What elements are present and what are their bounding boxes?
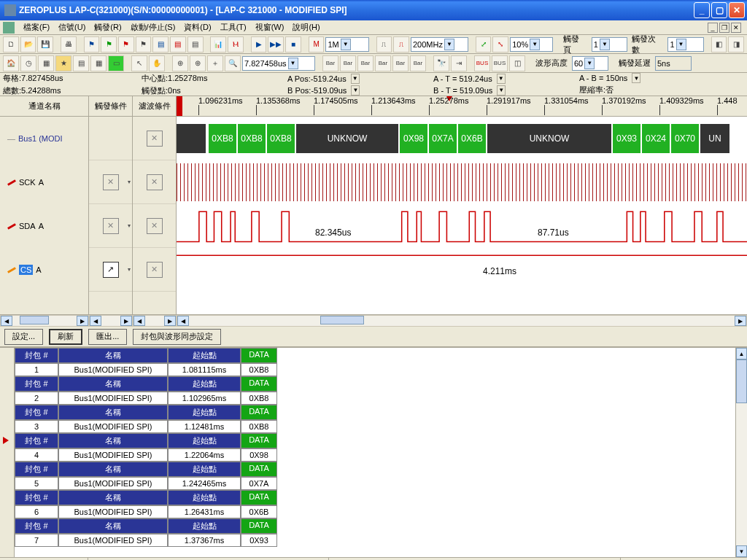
wave-icon[interactable]: Ⲙ [228, 36, 244, 52]
bar2-icon[interactable]: Bar [340, 55, 356, 71]
packet-block[interactable]: 封包 #名稱起始點DATA5Bus1(MODIFIED SPI)1.242465… [15, 462, 735, 490]
signal-icon[interactable]: 📊 [210, 36, 226, 52]
trig-cnt-combo[interactable]: 1▼ [667, 37, 703, 52]
depth-combo[interactable]: 1M▼ [325, 37, 368, 52]
m1-icon[interactable]: M [309, 36, 325, 52]
trig-page-combo[interactable]: 1▼ [592, 37, 627, 52]
scroll-thumb[interactable] [736, 359, 747, 403]
maximize-button[interactable]: ▢ [711, 2, 727, 18]
rate-combo[interactable]: 200MHz▼ [411, 37, 468, 52]
hand-icon[interactable]: ✋ [149, 55, 165, 71]
packet-block[interactable]: 封包 #名稱起始點DATA4Bus1(MODIFIED SPI)1.22064m… [15, 433, 735, 462]
flag6-icon[interactable]: ▤ [170, 36, 186, 52]
menu-run[interactable]: 啟動/停止(S) [126, 20, 180, 34]
chevron-down-icon[interactable]: ▾ [128, 179, 131, 185]
packet-vscroll[interactable]: ▲ ▼ [735, 348, 747, 557]
menu-tool[interactable]: 工具(T) [216, 20, 251, 34]
setting-button[interactable]: 設定... [4, 329, 43, 345]
mdi-close-icon[interactable]: ✕ [731, 23, 741, 33]
chevron-down-icon[interactable]: ▼ [444, 39, 454, 50]
zoom-combo[interactable]: 10%▼ [510, 37, 553, 52]
zoomout-icon[interactable]: ⤡ [492, 36, 508, 52]
menu-help[interactable]: 說明(H) [288, 20, 324, 34]
filt-hscroll[interactable]: ◀▶ [133, 315, 177, 327]
chevron-down-icon[interactable]: ▾ [128, 266, 131, 273]
chevron-down-icon[interactable]: ▼ [584, 58, 595, 69]
timebase-combo[interactable]: 7.827458us▼ [242, 56, 315, 71]
filt-cell[interactable]: ✕ [133, 248, 176, 292]
flag2-icon[interactable]: ⚑ [101, 36, 117, 52]
star-icon[interactable]: ★ [55, 55, 71, 71]
chevron-down-icon[interactable]: ▼ [497, 85, 506, 96]
scroll-right-icon[interactable]: ▶ [77, 316, 88, 326]
close-button[interactable]: ✕ [729, 2, 745, 18]
channel-sda[interactable]: SDA A [0, 204, 88, 248]
home-icon[interactable]: 🏠 [3, 55, 19, 71]
chevron-down-icon[interactable]: ▼ [632, 73, 640, 83]
menu-trigger[interactable]: 觸發(R) [90, 20, 125, 34]
new-icon[interactable]: 🗋 [3, 36, 19, 52]
zoomin-icon[interactable]: ⤢ [476, 36, 492, 52]
menu-signal[interactable]: 信號(U) [54, 20, 90, 34]
rate1-icon[interactable]: ⎍ [376, 36, 392, 52]
zoom-icon[interactable]: 🔍 [225, 55, 241, 71]
scroll-left-icon[interactable]: ◀ [133, 316, 145, 326]
packet-block[interactable]: 封包 #名稱起始點DATA2Bus1(MODIFIED SPI)1.102965… [15, 376, 735, 405]
chevron-down-icon[interactable]: ▾ [128, 222, 131, 229]
misc2-icon[interactable]: ◨ [728, 36, 744, 52]
export-button[interactable]: 匯出... [88, 329, 127, 345]
cursor-icon[interactable]: ↖ [131, 55, 147, 71]
flag4-icon[interactable]: ⚑ [136, 36, 152, 52]
stop-icon[interactable]: ■ [285, 36, 301, 52]
misc1-icon[interactable]: ◧ [711, 36, 727, 52]
refresh-button[interactable]: 刷新 [49, 329, 82, 345]
open-icon[interactable]: 📂 [20, 36, 36, 52]
sync-button[interactable]: 封包與波形同步設定 [133, 329, 221, 345]
flag5-icon[interactable]: ▤ [152, 36, 169, 52]
filt-cell[interactable]: ✕ [133, 117, 176, 160]
target2-icon[interactable]: ⊕ [190, 55, 206, 71]
bar6-icon[interactable]: Bar [410, 55, 426, 71]
packet-table[interactable]: 封包 #名稱起始點DATA1Bus1(MODIFIED SPI)1.081115… [15, 348, 735, 557]
flag3-icon[interactable]: ⚑ [118, 36, 134, 52]
scroll-left-icon[interactable]: ◀ [177, 316, 189, 326]
goto-icon[interactable]: ⇥ [451, 55, 467, 71]
chevron-down-icon[interactable]: ▼ [600, 39, 610, 50]
bus-icon[interactable]: BUS [474, 55, 490, 71]
grid-icon[interactable]: ▦ [38, 55, 54, 71]
ch-hscroll[interactable]: ◀▶ [0, 315, 89, 327]
wave-h-combo[interactable]: 60▼ [572, 56, 608, 71]
flag7-icon[interactable]: ▤ [187, 36, 204, 52]
scroll-left-icon[interactable]: ◀ [90, 316, 101, 326]
menu-data[interactable]: 資料(D) [179, 20, 215, 34]
filt-cell[interactable]: ✕ [133, 204, 176, 248]
bar4-icon[interactable]: Bar [375, 55, 391, 71]
scroll-left-icon[interactable]: ◀ [1, 316, 12, 326]
scroll-right-icon[interactable]: ▶ [120, 316, 132, 326]
chevron-down-icon[interactable]: ▼ [288, 58, 298, 69]
bar1-icon[interactable]: Bar [322, 55, 338, 71]
trig-cell[interactable] [89, 117, 132, 160]
chevron-down-icon[interactable]: ▼ [530, 39, 540, 50]
bus2-icon[interactable]: BUS [492, 55, 508, 71]
bus3-icon[interactable]: ◫ [509, 55, 525, 71]
wave-hscroll[interactable]: ◀▶ [177, 315, 747, 327]
ff-icon[interactable]: ▶▶ [268, 36, 284, 52]
chevron-down-icon[interactable]: ▼ [351, 74, 360, 84]
packet-block[interactable]: 封包 #名稱起始點DATA7Bus1(MODIFIED SPI)1.37367m… [15, 518, 735, 547]
play-icon[interactable]: ▶ [251, 36, 267, 52]
bar3-icon[interactable]: Bar [357, 55, 374, 71]
trig-cell[interactable]: ↗▾ [89, 248, 132, 292]
channel-sck[interactable]: SCK A [0, 160, 88, 204]
plus-icon[interactable]: ＋ [207, 55, 223, 71]
chevron-down-icon[interactable]: ▼ [497, 74, 506, 84]
scroll-right-icon[interactable]: ▶ [735, 316, 746, 326]
print-icon[interactable]: 🖶 [61, 36, 77, 52]
clock-icon[interactable]: ◷ [20, 55, 36, 71]
chevron-down-icon[interactable]: ▼ [351, 85, 360, 96]
bar5-icon[interactable]: Bar [392, 55, 409, 71]
channel-cs[interactable]: CS A [0, 248, 88, 292]
chevron-down-icon[interactable]: ▼ [676, 39, 686, 50]
trig-cell[interactable]: ✕▾ [89, 160, 132, 204]
save-icon[interactable]: 💾 [37, 36, 53, 52]
